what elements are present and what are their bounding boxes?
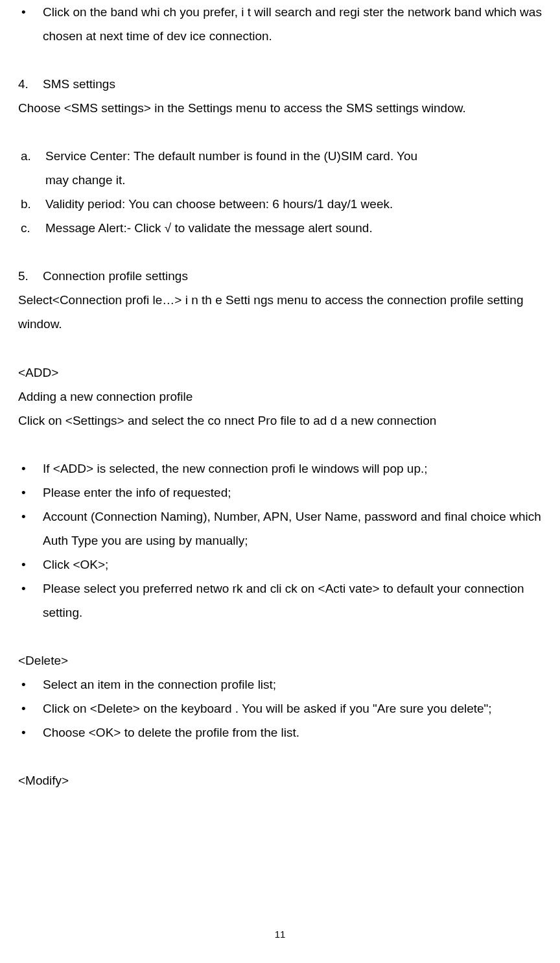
- list-item: •Click on <Delete> on the keyboard . You…: [18, 696, 542, 720]
- bullet-glyph: •: [18, 457, 43, 481]
- section-title: Connection profile settings: [43, 264, 188, 288]
- bullet-glyph: •: [18, 577, 43, 624]
- list-item-text: Click on <Delete> on the keyboard . You …: [43, 696, 542, 720]
- item-c-pre: Message Alert:- Click: [45, 221, 165, 235]
- list-item-text: Choose <OK> to delete the profile from t…: [43, 720, 542, 744]
- letter-label: a.: [18, 144, 45, 168]
- spacer: [18, 48, 542, 72]
- spacer: [18, 744, 542, 768]
- list-item: •Select an item in the connection profil…: [18, 672, 542, 696]
- item-b: b. Validity period: You can choose betwe…: [18, 192, 542, 216]
- list-item: •Choose <OK> to delete the profile from …: [18, 720, 542, 744]
- bullet-glyph: •: [18, 720, 43, 744]
- section-5-heading: 5. Connection profile settings: [18, 264, 542, 288]
- list-item: •Please select you preferred netwo rk an…: [18, 577, 542, 624]
- page-number: 11: [0, 925, 560, 944]
- section-number: 4.: [18, 72, 43, 96]
- check-icon: √: [165, 221, 171, 235]
- letter-label: c.: [18, 216, 45, 240]
- bullet-glyph: •: [18, 672, 43, 696]
- list-item-text: Account (Connection Naming), Number, APN…: [43, 505, 542, 553]
- list-item-text: Select an item in the connection profile…: [43, 672, 542, 696]
- list-item-text: Please enter the info of requested;: [43, 481, 542, 505]
- item-a-text: Service Center: The default number is fo…: [45, 144, 417, 168]
- modify-heading: <Modify>: [18, 768, 542, 792]
- letter-label: b.: [18, 192, 45, 216]
- list-item-text: If <ADD> is selected, the new connection…: [43, 457, 542, 481]
- item-c: c. Message Alert:- Click √ to validate t…: [18, 216, 542, 240]
- add-bullets: •If <ADD> is selected, the new connectio…: [18, 457, 542, 624]
- top-bullet-text: Click on the band whi ch you prefer, i t…: [43, 0, 542, 48]
- section-4-intro: Choose <SMS settings> in the Settings me…: [18, 96, 542, 120]
- spacer: [18, 120, 542, 144]
- list-item: •Account (Connection Naming), Number, AP…: [18, 505, 542, 553]
- item-b-text: Validity period: You can choose between:…: [45, 192, 393, 216]
- bullet-glyph: •: [18, 505, 43, 553]
- section-number: 5.: [18, 264, 43, 288]
- section-4-heading: 4. SMS settings: [18, 72, 542, 96]
- item-c-text: Message Alert:- Click √ to validate the …: [45, 216, 373, 240]
- spacer: [18, 433, 542, 457]
- add-heading: <ADD>: [18, 361, 542, 385]
- bullet-glyph: •: [18, 696, 43, 720]
- item-c-post: to validate the message alert sound.: [171, 221, 373, 235]
- item-a-cont: may change it.: [18, 168, 542, 192]
- bullet-glyph: •: [18, 481, 43, 505]
- add-line1: Adding a new connection profile: [18, 385, 542, 409]
- section-5-intro: Select<Connection profi le…> i n th e Se…: [18, 288, 542, 336]
- delete-bullets: •Select an item in the connection profil…: [18, 672, 542, 744]
- bullet-glyph: •: [18, 0, 43, 48]
- spacer: [18, 624, 542, 648]
- list-item-text: Please select you preferred netwo rk and…: [43, 577, 542, 624]
- list-item: •If <ADD> is selected, the new connectio…: [18, 457, 542, 481]
- add-line2: Click on <Settings> and select the co nn…: [18, 409, 542, 433]
- section-title: SMS settings: [43, 72, 115, 96]
- bullet-glyph: •: [18, 553, 43, 577]
- top-bullet-row: • Click on the band whi ch you prefer, i…: [18, 0, 542, 48]
- delete-heading: <Delete>: [18, 648, 542, 672]
- list-item: •Click <OK>;: [18, 553, 542, 577]
- list-item: •Please enter the info of requested;: [18, 481, 542, 505]
- spacer: [18, 337, 542, 361]
- spacer: [18, 240, 542, 264]
- list-item-text: Click <OK>;: [43, 553, 542, 577]
- item-a: a. Service Center: The default number is…: [18, 144, 542, 168]
